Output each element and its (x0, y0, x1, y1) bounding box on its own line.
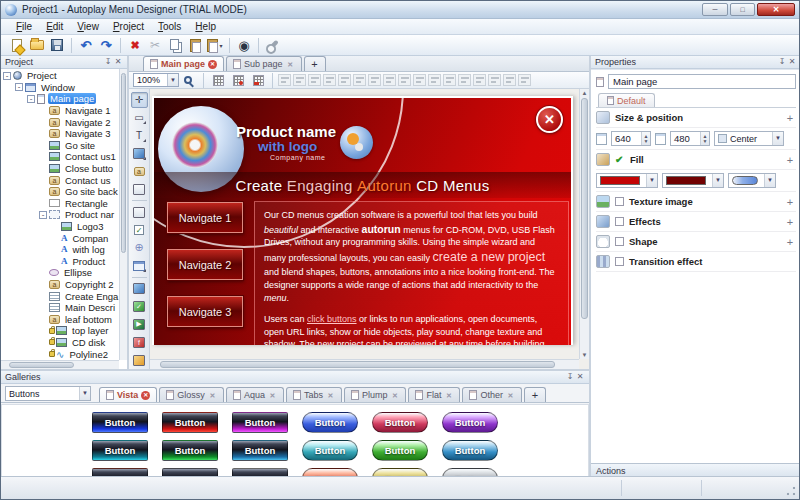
gradient-style-dropdown[interactable]: ▼ (728, 173, 776, 188)
tree-horizontal-scrollbar[interactable] (1, 360, 119, 369)
canvas-vertical-scrollbar[interactable]: ▲ ▼ (579, 89, 589, 359)
tree-item-navigate-3[interactable]: aNavigate 3 (1, 128, 119, 140)
gallery-tab-aqua[interactable]: Aqua✕ (226, 387, 284, 402)
canvas-horizontal-scrollbar[interactable] (150, 359, 579, 369)
align-right-icon[interactable] (308, 74, 321, 86)
tree-item-main-page[interactable]: -Main page (1, 93, 119, 105)
align-top-icon[interactable] (323, 74, 336, 86)
same-width-icon[interactable] (368, 74, 381, 86)
zoom-tool-icon[interactable] (180, 72, 198, 89)
section-shape[interactable]: Shape + (596, 232, 796, 252)
new-document-icon[interactable] (8, 37, 26, 54)
spin-arrows-icon[interactable]: ▲▼ (700, 132, 709, 145)
tree-item-contact-us1[interactable]: Contact us1 (1, 151, 119, 163)
pin-icon[interactable]: ↧ (103, 57, 113, 67)
design-navigate-1-button[interactable]: Navigate 1 (167, 202, 243, 233)
expand-icon[interactable]: + (784, 112, 796, 124)
tree-item-close-butto[interactable]: Close butto (1, 163, 119, 175)
gallery-button-sample[interactable]: Button (302, 440, 358, 461)
object-name-field[interactable]: Main page (608, 74, 796, 89)
tree-item-cd-disk[interactable]: CD disk (1, 337, 119, 349)
grid-icon[interactable] (209, 72, 227, 89)
tab-main-page[interactable]: Main page✕ (143, 56, 224, 71)
tree-expander-icon[interactable]: - (3, 72, 11, 80)
menu-file[interactable]: File (9, 20, 39, 33)
expand-icon[interactable]: + (784, 236, 796, 248)
group-icon[interactable] (503, 74, 516, 86)
tree-item-copyright-2[interactable]: aCopyright 2 (1, 279, 119, 291)
align-dropdown[interactable]: Center ▼ (714, 131, 784, 146)
fill-check-icon[interactable]: ✔ (615, 155, 625, 165)
gallery-button-sample[interactable]: Button (302, 412, 358, 433)
gallery-button-sample[interactable]: Button (232, 440, 288, 461)
canvas-viewport[interactable]: Product name with logo Company name ✕ Cr… (150, 89, 579, 359)
tab-close-icon[interactable]: ✕ (326, 391, 335, 400)
tree-item-contact-us[interactable]: aContact us (1, 174, 119, 186)
tab-close-icon[interactable]: ✕ (208, 60, 217, 69)
paste-icon[interactable] (186, 37, 204, 54)
tree-item-product-nar[interactable]: -Product nar (1, 209, 119, 221)
same-height-icon[interactable] (383, 74, 396, 86)
expand-icon[interactable]: + (784, 196, 796, 208)
tab-close-icon[interactable]: ✕ (506, 391, 515, 400)
menu-view[interactable]: View (70, 20, 106, 33)
new-tab-button[interactable]: + (304, 56, 326, 71)
bring-forward-icon[interactable] (473, 74, 486, 86)
align-left-icon[interactable] (278, 74, 291, 86)
section-transition-effect[interactable]: Transition effect (596, 252, 796, 272)
menu-tools[interactable]: Tools (151, 20, 188, 33)
tab-close-icon[interactable]: ✕ (390, 391, 399, 400)
paste-options-icon[interactable]: ▾ (206, 37, 224, 54)
gallery-button-sample[interactable]: Button (162, 412, 218, 433)
tree-expander-icon[interactable]: - (39, 211, 47, 219)
new-gallery-tab-button[interactable]: + (524, 387, 546, 402)
tree-item-navigate-2[interactable]: aNavigate 2 (1, 116, 119, 128)
fill-color-1-dropdown[interactable]: ▼ (596, 173, 658, 188)
space-vertical-icon[interactable] (428, 74, 441, 86)
expand-icon[interactable]: + (784, 216, 796, 228)
hotspot-tool[interactable] (131, 181, 148, 197)
section-size-position[interactable]: Size & position + (596, 108, 796, 128)
tree-item-compan[interactable]: ACompan (1, 232, 119, 244)
section-texture-image[interactable]: Texture image + (596, 192, 796, 212)
send-backward-icon[interactable] (488, 74, 501, 86)
title-bar[interactable]: Project1 - Autoplay Menu Designer (TRIAL… (1, 1, 799, 19)
menu-edit[interactable]: Edit (39, 20, 70, 33)
resize-grip[interactable] (785, 485, 797, 497)
align-center-icon[interactable] (293, 74, 306, 86)
width-stepper[interactable]: 640 ▲▼ (611, 131, 651, 146)
section-effects[interactable]: Effects + (596, 212, 796, 232)
tree-item-leaf-bottom[interactable]: aleaf bottom (1, 313, 119, 325)
button-tool[interactable]: a (131, 164, 148, 180)
tree-item-with-log[interactable]: Awith log (1, 244, 119, 256)
maximize-button[interactable]: □ (730, 3, 755, 16)
menu-help[interactable]: Help (188, 20, 223, 33)
undo-icon[interactable]: ↶ (77, 37, 95, 54)
space-horizontal-icon[interactable] (413, 74, 426, 86)
tree-item-go-site[interactable]: Go site (1, 140, 119, 152)
tab-close-icon[interactable]: ✕ (268, 391, 277, 400)
click-buttons-link[interactable]: click buttons (307, 314, 357, 324)
close-icon[interactable]: ✕ (113, 57, 123, 67)
flash-tool[interactable]: f (131, 334, 148, 350)
gallery-tab-flat[interactable]: Flat✕ (408, 387, 460, 402)
gallery-button-sample[interactable]: Button (92, 440, 148, 461)
tree-item-polyline2[interactable]: ∿Polyline2 (1, 348, 119, 360)
tree-item-main-descri[interactable]: Main Descri (1, 302, 119, 314)
tree-expander-icon[interactable]: - (15, 83, 23, 91)
pin-icon[interactable]: ↧ (565, 372, 575, 382)
design-page[interactable]: Product name with logo Company name ✕ Cr… (152, 96, 573, 345)
gallery-button-sample[interactable]: Button (372, 440, 428, 461)
text-tool[interactable]: T (131, 128, 148, 144)
tab-close-icon[interactable]: ✕ (286, 60, 295, 69)
gallery-category-select[interactable]: Buttons ▼ (5, 386, 91, 401)
zoom-select[interactable]: 100% ▼ (133, 73, 179, 87)
gallery-button-sample[interactable]: Button (162, 440, 218, 461)
tree-item-top-layer[interactable]: top layer (1, 325, 119, 337)
image-tool[interactable] (131, 146, 148, 162)
web-tool[interactable]: ⊕ (131, 240, 148, 256)
tree-vertical-scrollbar[interactable] (119, 69, 127, 360)
gallery-tab-other[interactable]: Other✕ (462, 387, 522, 402)
gallery-button-sample[interactable]: Button (442, 440, 498, 461)
spin-arrows-icon[interactable]: ▲▼ (641, 132, 650, 145)
